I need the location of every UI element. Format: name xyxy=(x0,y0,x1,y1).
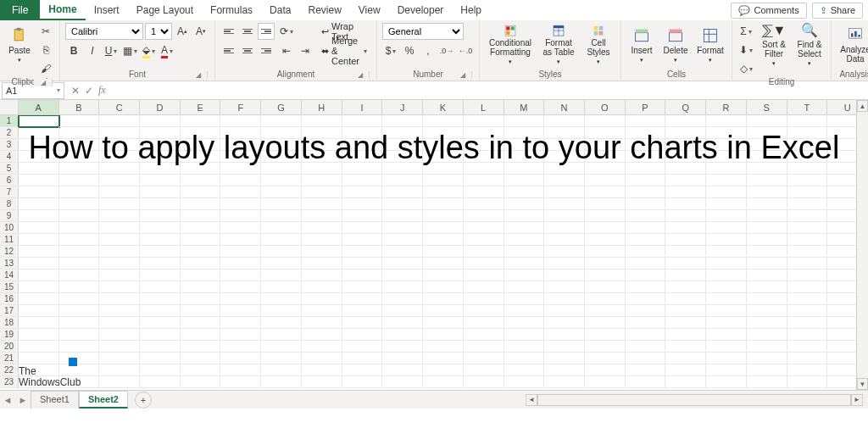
cell[interactable] xyxy=(706,175,747,186)
cell[interactable] xyxy=(342,353,383,364)
cell[interactable] xyxy=(382,234,423,246)
cell[interactable] xyxy=(423,222,464,234)
cell[interactable] xyxy=(544,151,585,163)
cell[interactable] xyxy=(747,270,787,281)
cell[interactable] xyxy=(181,139,221,151)
cell[interactable] xyxy=(59,198,100,210)
cell[interactable] xyxy=(585,317,626,329)
cell[interactable] xyxy=(747,246,787,258)
comments-button[interactable]: 💬Comments xyxy=(731,3,806,19)
cell[interactable] xyxy=(140,364,181,376)
cell[interactable] xyxy=(140,376,181,388)
align-bottom-button[interactable] xyxy=(258,23,275,40)
row-header[interactable]: 19 xyxy=(0,329,19,341)
row-header[interactable]: 3 xyxy=(0,139,19,151)
cell[interactable] xyxy=(302,270,342,281)
paste-button[interactable]: Paste▾ xyxy=(5,23,34,67)
cell[interactable] xyxy=(665,163,706,175)
cell[interactable] xyxy=(626,353,666,364)
cell[interactable] xyxy=(382,329,423,341)
cell[interactable] xyxy=(665,258,706,270)
cell[interactable] xyxy=(423,186,464,198)
cell[interactable] xyxy=(706,234,747,246)
cell[interactable] xyxy=(302,305,342,317)
cell[interactable] xyxy=(261,198,302,210)
cell[interactable] xyxy=(382,222,423,234)
underline-button[interactable]: U xyxy=(103,42,120,59)
cell[interactable] xyxy=(626,270,666,281)
cell[interactable] xyxy=(99,305,140,317)
cell[interactable] xyxy=(382,376,423,388)
cell[interactable] xyxy=(544,270,585,281)
add-sheet-button[interactable]: + xyxy=(135,392,152,409)
cell[interactable] xyxy=(181,376,221,388)
cell[interactable] xyxy=(19,198,59,210)
cell[interactable] xyxy=(464,163,504,175)
cell[interactable] xyxy=(59,246,100,258)
cell[interactable] xyxy=(423,281,464,293)
cell[interactable] xyxy=(665,246,706,258)
cell[interactable] xyxy=(19,127,59,139)
cell[interactable] xyxy=(382,258,423,270)
cell[interactable] xyxy=(140,341,181,353)
cell[interactable] xyxy=(787,341,828,353)
cell[interactable] xyxy=(382,127,423,139)
cell[interactable] xyxy=(220,198,261,210)
cell[interactable] xyxy=(99,341,140,353)
cell[interactable] xyxy=(706,341,747,353)
cell[interactable] xyxy=(747,222,787,234)
cell[interactable] xyxy=(544,175,585,186)
cell[interactable] xyxy=(382,246,423,258)
cell[interactable] xyxy=(181,175,221,186)
cell[interactable] xyxy=(706,198,747,210)
cell[interactable] xyxy=(302,186,342,198)
cell[interactable] xyxy=(464,353,504,364)
cell[interactable] xyxy=(59,270,100,281)
cell[interactable] xyxy=(342,139,383,151)
cell[interactable] xyxy=(747,127,787,139)
cell[interactable] xyxy=(99,151,140,163)
cell[interactable] xyxy=(585,293,626,305)
cell[interactable] xyxy=(19,258,59,270)
row-header[interactable]: 1 xyxy=(0,115,19,127)
cell[interactable] xyxy=(464,376,504,388)
cell[interactable] xyxy=(140,175,181,186)
format-cells-button[interactable]: Format▾ xyxy=(694,23,726,67)
cell[interactable] xyxy=(464,341,504,353)
cell[interactable] xyxy=(181,305,221,317)
tab-data[interactable]: Data xyxy=(261,0,299,20)
cell[interactable] xyxy=(423,210,464,222)
cell[interactable] xyxy=(585,139,626,151)
cell[interactable] xyxy=(302,115,342,127)
cell[interactable] xyxy=(220,376,261,388)
cell[interactable] xyxy=(19,186,59,198)
cell[interactable] xyxy=(626,151,666,163)
cell[interactable] xyxy=(382,364,423,376)
cell[interactable] xyxy=(504,127,545,139)
cell[interactable] xyxy=(59,127,100,139)
cell[interactable] xyxy=(302,163,342,175)
cell[interactable] xyxy=(504,353,545,364)
cell[interactable] xyxy=(423,353,464,364)
cell[interactable] xyxy=(19,329,59,341)
cell[interactable] xyxy=(99,270,140,281)
cell[interactable] xyxy=(787,293,828,305)
worksheet[interactable]: ABCDEFGHIJKLMNOPQRSTU 123456789101112131… xyxy=(0,100,868,390)
font-color-button[interactable]: A xyxy=(159,42,175,59)
cell[interactable] xyxy=(181,115,221,127)
cell[interactable] xyxy=(59,210,100,222)
cell[interactable] xyxy=(585,329,626,341)
cell[interactable] xyxy=(626,139,666,151)
cell[interactable] xyxy=(706,127,747,139)
cell[interactable] xyxy=(544,293,585,305)
cell[interactable] xyxy=(585,353,626,364)
align-right-button[interactable] xyxy=(258,42,275,59)
cell[interactable] xyxy=(747,329,787,341)
cell[interactable] xyxy=(504,163,545,175)
format-as-table-button[interactable]: Format as Table▾ xyxy=(539,23,578,67)
cell[interactable] xyxy=(342,175,383,186)
cell[interactable] xyxy=(747,139,787,151)
cell[interactable] xyxy=(99,222,140,234)
cell[interactable] xyxy=(544,246,585,258)
cell[interactable] xyxy=(747,364,787,376)
